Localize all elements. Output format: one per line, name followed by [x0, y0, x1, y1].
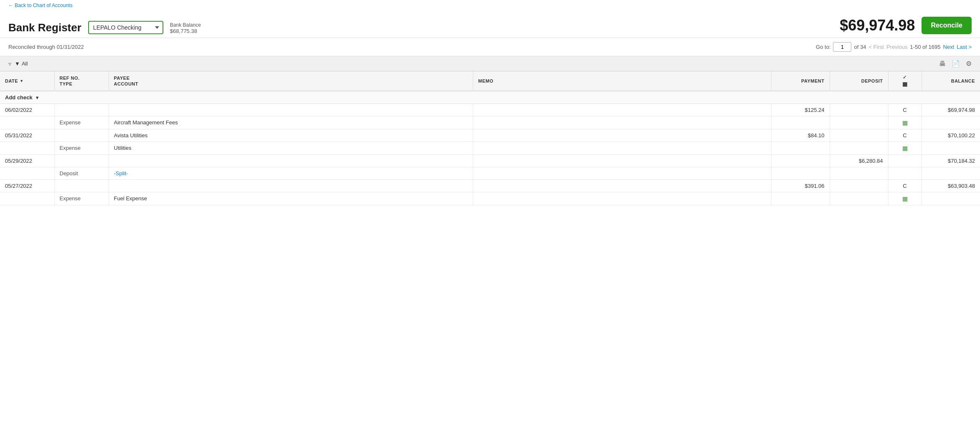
bank-balance-label: Bank Balance [170, 22, 201, 28]
current-balance-display: $69,974.98 [840, 17, 915, 34]
row-deposit-empty [830, 192, 888, 205]
row-check-status: C [888, 180, 922, 192]
row-payee [109, 104, 473, 116]
row-balance: $69,974.98 [922, 104, 980, 116]
table-row: 05/31/2022 Avista Utilities $84.10 C $70… [0, 129, 980, 142]
row-payment: $125.24 [771, 104, 830, 116]
row-copy-icon[interactable]: ▦ [888, 192, 922, 205]
col-memo: MEMO [473, 71, 771, 91]
next-page-link[interactable]: Next [943, 44, 954, 50]
row-payment-empty [771, 167, 830, 180]
table-row: 05/27/2022 $391.06 C $63,903.48 [0, 180, 980, 192]
of-total-pages: of 34 [854, 44, 866, 50]
row-payment-empty [771, 192, 830, 205]
page-number-input[interactable]: 1 [833, 42, 851, 52]
table-row: Deposit -Split- [0, 167, 980, 180]
row-memo [473, 167, 771, 180]
table-row: Expense Aircraft Management Fees ▦ [0, 116, 980, 129]
account-select[interactable]: LEPALO Checking [88, 21, 163, 34]
row-memo [473, 180, 771, 192]
row-check-status [888, 155, 922, 167]
previous-page-link[interactable]: Previous [886, 44, 908, 50]
row-deposit-empty [830, 142, 888, 155]
row-copy-icon[interactable]: ▦ [888, 116, 922, 129]
row-memo [473, 155, 771, 167]
row-date: 05/27/2022 [0, 180, 54, 192]
reconciled-through-text: Reconciled through 01/31/2022 [8, 44, 816, 50]
row-copy-icon[interactable]: ▦ [888, 142, 922, 155]
back-link[interactable]: Back to Chart of Accounts [8, 3, 72, 8]
print-icon[interactable]: 🖶 [939, 60, 946, 68]
filter-icon: ▿ [8, 61, 11, 67]
row-memo [473, 129, 771, 142]
col-balance: BALANCE [922, 71, 980, 91]
row-date-empty [0, 192, 54, 205]
row-account: Aircraft Management Fees [109, 116, 473, 129]
row-type: Expense [54, 116, 109, 129]
filter-dropdown[interactable]: ▼ All [15, 61, 28, 67]
col-payment: PAYMENT [771, 71, 830, 91]
row-memo [473, 142, 771, 155]
first-page-link[interactable]: < First [868, 44, 884, 50]
add-check-dropdown-icon[interactable]: ▼ [35, 95, 40, 100]
table-row: Expense Utilities ▦ [0, 142, 980, 155]
row-deposit [830, 104, 888, 116]
row-balance-empty [922, 192, 980, 205]
row-type: Expense [54, 192, 109, 205]
col-check: ✓ ▦ [888, 71, 922, 91]
row-payment-empty [771, 116, 830, 129]
split-link[interactable]: -Split- [114, 170, 128, 177]
reconcile-button[interactable]: Reconcile [922, 17, 972, 34]
row-ref [54, 155, 109, 167]
row-memo [473, 192, 771, 205]
row-balance: $70,100.22 [922, 129, 980, 142]
row-ref [54, 129, 109, 142]
row-date: 05/31/2022 [0, 129, 54, 142]
filter-dropdown-label: ▼ [15, 61, 20, 67]
row-balance: $70,184.32 [922, 155, 980, 167]
col-ref: REF NO. TYPE [54, 71, 109, 91]
row-account: Utilities [109, 142, 473, 155]
row-payee [109, 155, 473, 167]
date-sort-icon[interactable]: ▼ [20, 79, 23, 83]
row-balance-empty [922, 167, 980, 180]
row-deposit-empty [830, 116, 888, 129]
col-deposit: DEPOSIT [830, 71, 888, 91]
row-memo [473, 116, 771, 129]
bank-balance-amount: $68,775.38 [170, 28, 201, 34]
row-balance: $63,903.48 [922, 180, 980, 192]
last-page-link[interactable]: Last > [957, 44, 972, 50]
row-date-empty [0, 116, 54, 129]
row-check-status: C [888, 104, 922, 116]
row-deposit-empty [830, 167, 888, 180]
add-check-button[interactable]: Add check ▼ [5, 94, 975, 101]
row-payee [109, 180, 473, 192]
settings-icon[interactable]: ⚙ [966, 60, 972, 68]
filter-all-label: All [22, 61, 28, 67]
row-deposit: $6,280.84 [830, 155, 888, 167]
add-check-row: Add check ▼ [0, 91, 980, 104]
row-type: Expense [54, 142, 109, 155]
row-ref [54, 104, 109, 116]
goto-label: Go to: [816, 44, 830, 50]
row-check-status: C [888, 129, 922, 142]
row-payment-empty [771, 142, 830, 155]
row-ref [54, 180, 109, 192]
table-row: 05/29/2022 $6,280.84 $70,184.32 [0, 155, 980, 167]
row-balance-empty [922, 116, 980, 129]
row-deposit [830, 129, 888, 142]
row-type: Deposit [54, 167, 109, 180]
row-date-empty [0, 167, 54, 180]
row-memo [473, 104, 771, 116]
copy-all-icon[interactable]: ▦ [902, 81, 908, 87]
row-date: 05/29/2022 [0, 155, 54, 167]
page-range-info: 1-50 of 1695 [910, 44, 940, 50]
row-payee: Avista Utilities [109, 129, 473, 142]
row-payment: $84.10 [771, 129, 830, 142]
table-row: 06/02/2022 $125.24 C $69,974.98 [0, 104, 980, 116]
row-copy-icon [888, 167, 922, 180]
page-title: Bank Register [8, 21, 81, 34]
row-payment [771, 155, 830, 167]
export-icon[interactable]: 📄 [952, 60, 960, 68]
row-account: -Split- [109, 167, 473, 180]
